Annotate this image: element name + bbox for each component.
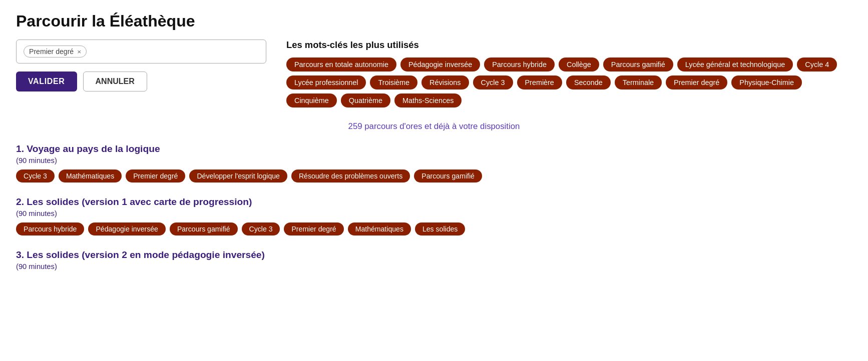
keyword-tag[interactable]: Physique-Chimie	[731, 76, 802, 90]
result-tag[interactable]: Parcours gamifié	[414, 170, 482, 182]
keyword-tag[interactable]: Révisions	[421, 76, 469, 90]
valider-button[interactable]: VALIDER	[16, 72, 77, 92]
keyword-tag[interactable]: Lycée général et technologique	[677, 58, 793, 72]
keywords-tags-container: Parcours en totale autonomiePédagogie in…	[286, 58, 852, 108]
remove-filter-icon[interactable]: ×	[77, 48, 81, 56]
result-item: 2. Les solides (version 1 avec carte de …	[16, 196, 852, 236]
result-tag[interactable]: Premier degré	[284, 222, 343, 236]
keyword-tag[interactable]: Cinquième	[286, 94, 337, 108]
result-tag[interactable]: Les solides	[415, 222, 465, 236]
keyword-tag[interactable]: Parcours en totale autonomie	[286, 58, 396, 72]
keyword-tag[interactable]: Collège	[559, 58, 599, 72]
keyword-tag[interactable]: Cycle 4	[797, 58, 837, 72]
keyword-tag[interactable]: Terminale	[615, 76, 662, 90]
result-tag[interactable]: Résoudre des problèmes ouverts	[291, 170, 410, 182]
keywords-area: Les mots-clés les plus utilisés Parcours…	[286, 40, 852, 108]
keywords-title: Les mots-clés les plus utilisés	[286, 40, 852, 50]
keyword-tag[interactable]: Quatrième	[341, 94, 390, 108]
annuler-button[interactable]: ANNULER	[83, 72, 147, 92]
result-duration: (90 minutes)	[16, 156, 852, 164]
result-tag[interactable]: Développer l'esprit logique	[189, 170, 287, 182]
active-filter-label: Premier degré	[29, 48, 74, 56]
result-title[interactable]: 1. Voyage au pays de la logique	[16, 144, 852, 154]
keyword-tag[interactable]: Parcours hybride	[484, 58, 555, 72]
result-tag[interactable]: Mathématiques	[348, 222, 411, 236]
result-tag[interactable]: Parcours gamifié	[170, 222, 238, 236]
keyword-tag[interactable]: Cycle 3	[473, 76, 513, 90]
result-duration: (90 minutes)	[16, 262, 852, 270]
keyword-tag[interactable]: Lycée professionnel	[286, 76, 366, 90]
result-tag[interactable]: Parcours hybride	[16, 222, 84, 236]
page-title: Parcourir la Éléathèque	[16, 12, 852, 30]
action-buttons: VALIDER ANNULER	[16, 72, 266, 92]
keyword-tag[interactable]: Parcours gamifié	[603, 58, 673, 72]
result-tag[interactable]: Premier degré	[126, 170, 185, 182]
results-count: 259 parcours d'ores et déjà à votre disp…	[16, 122, 852, 132]
result-duration: (90 minutes)	[16, 210, 852, 218]
keyword-tag[interactable]: Troisième	[370, 76, 417, 90]
result-tag[interactable]: Cycle 3	[16, 170, 55, 182]
result-tag[interactable]: Pédagogie inversée	[88, 222, 165, 236]
result-title[interactable]: 2. Les solides (version 1 avec carte de …	[16, 196, 852, 208]
keyword-tag[interactable]: Seconde	[566, 76, 611, 90]
result-tag[interactable]: Cycle 3	[242, 222, 280, 236]
result-tag[interactable]: Mathématiques	[59, 170, 122, 182]
keyword-tag[interactable]: Maths-Sciences	[394, 94, 462, 108]
result-title[interactable]: 3. Les solides (version 2 en mode pédago…	[16, 250, 852, 260]
keyword-tag[interactable]: Première	[517, 76, 562, 90]
result-tags: Parcours hybridePédagogie inverséeParcou…	[16, 222, 852, 236]
active-filter-tag[interactable]: Premier degré ×	[24, 46, 87, 58]
result-tags: Cycle 3MathématiquesPremier degréDévelop…	[16, 170, 852, 182]
results-list: 1. Voyage au pays de la logique(90 minut…	[16, 144, 852, 276]
keyword-tag[interactable]: Premier degré	[666, 76, 727, 90]
search-area: Premier degré × VALIDER ANNULER	[16, 40, 266, 92]
result-item: 1. Voyage au pays de la logique(90 minut…	[16, 144, 852, 182]
search-box: Premier degré ×	[16, 40, 266, 64]
keyword-tag[interactable]: Pédagogie inversée	[400, 58, 480, 72]
result-item: 3. Les solides (version 2 en mode pédago…	[16, 250, 852, 276]
